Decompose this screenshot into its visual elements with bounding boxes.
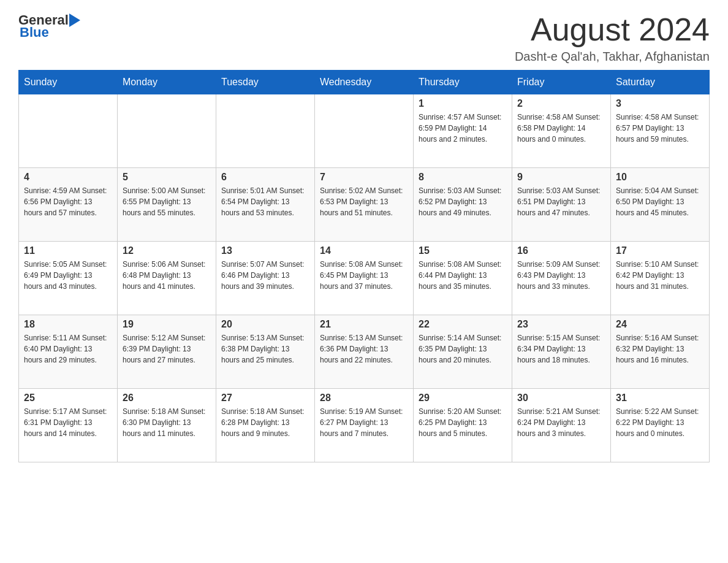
calendar-cell: 24Sunrise: 5:16 AM Sunset: 6:32 PM Dayli… xyxy=(611,315,710,389)
calendar-week-row: 18Sunrise: 5:11 AM Sunset: 6:40 PM Dayli… xyxy=(19,315,710,389)
calendar-cell: 26Sunrise: 5:18 AM Sunset: 6:30 PM Dayli… xyxy=(118,389,216,462)
calendar-cell: 16Sunrise: 5:09 AM Sunset: 6:43 PM Dayli… xyxy=(512,242,611,315)
day-number: 13 xyxy=(221,245,309,256)
day-number: 6 xyxy=(221,172,309,183)
calendar-cell xyxy=(19,94,118,168)
day-number: 12 xyxy=(123,245,211,256)
calendar-cell: 27Sunrise: 5:18 AM Sunset: 6:28 PM Dayli… xyxy=(216,389,315,462)
header-day-thursday: Thursday xyxy=(414,71,512,94)
calendar-cell: 21Sunrise: 5:13 AM Sunset: 6:36 PM Dayli… xyxy=(315,315,414,389)
calendar-cell: 31Sunrise: 5:22 AM Sunset: 6:22 PM Dayli… xyxy=(611,389,710,462)
day-info: Sunrise: 5:01 AM Sunset: 6:54 PM Dayligh… xyxy=(221,185,309,218)
day-number: 28 xyxy=(320,393,408,404)
month-title: August 2024 xyxy=(515,12,710,47)
calendar-cell: 15Sunrise: 5:08 AM Sunset: 6:44 PM Dayli… xyxy=(414,242,512,315)
calendar-cell: 18Sunrise: 5:11 AM Sunset: 6:40 PM Dayli… xyxy=(19,315,118,389)
calendar-cell: 20Sunrise: 5:13 AM Sunset: 6:38 PM Dayli… xyxy=(216,315,315,389)
calendar-week-row: 11Sunrise: 5:05 AM Sunset: 6:49 PM Dayli… xyxy=(19,242,710,315)
day-info: Sunrise: 4:58 AM Sunset: 6:58 PM Dayligh… xyxy=(517,112,605,145)
calendar-cell: 25Sunrise: 5:17 AM Sunset: 6:31 PM Dayli… xyxy=(19,389,118,462)
title-block: August 2024 Dasht-e Qal'ah, Takhar, Afgh… xyxy=(515,12,710,64)
calendar-week-row: 1Sunrise: 4:57 AM Sunset: 6:59 PM Daylig… xyxy=(19,94,710,168)
calendar-week-row: 25Sunrise: 5:17 AM Sunset: 6:31 PM Dayli… xyxy=(19,389,710,462)
day-number: 29 xyxy=(419,393,507,404)
day-info: Sunrise: 5:18 AM Sunset: 6:30 PM Dayligh… xyxy=(123,406,211,439)
logo: General Blue xyxy=(18,12,80,40)
day-number: 5 xyxy=(123,172,211,183)
calendar-cell: 12Sunrise: 5:06 AM Sunset: 6:48 PM Dayli… xyxy=(118,242,216,315)
day-info: Sunrise: 5:08 AM Sunset: 6:45 PM Dayligh… xyxy=(320,259,408,292)
day-info: Sunrise: 5:16 AM Sunset: 6:32 PM Dayligh… xyxy=(616,332,704,366)
calendar-cell: 7Sunrise: 5:02 AM Sunset: 6:53 PM Daylig… xyxy=(315,168,414,242)
day-number: 9 xyxy=(517,172,605,183)
header-day-saturday: Saturday xyxy=(611,71,710,94)
day-info: Sunrise: 4:59 AM Sunset: 6:56 PM Dayligh… xyxy=(24,185,112,218)
calendar-week-row: 4Sunrise: 4:59 AM Sunset: 6:56 PM Daylig… xyxy=(19,168,710,242)
day-info: Sunrise: 5:07 AM Sunset: 6:46 PM Dayligh… xyxy=(221,259,309,292)
header-day-friday: Friday xyxy=(512,71,611,94)
day-number: 19 xyxy=(123,319,211,330)
day-number: 27 xyxy=(221,393,309,404)
day-number: 14 xyxy=(320,245,408,256)
calendar-cell: 22Sunrise: 5:14 AM Sunset: 6:35 PM Dayli… xyxy=(414,315,512,389)
day-info: Sunrise: 5:14 AM Sunset: 6:35 PM Dayligh… xyxy=(419,332,507,366)
day-number: 11 xyxy=(24,245,112,256)
calendar-cell: 10Sunrise: 5:04 AM Sunset: 6:50 PM Dayli… xyxy=(611,168,710,242)
day-info: Sunrise: 5:00 AM Sunset: 6:55 PM Dayligh… xyxy=(123,185,211,218)
header-row: SundayMondayTuesdayWednesdayThursdayFrid… xyxy=(19,71,710,94)
logo-arrow-icon xyxy=(69,13,80,27)
day-number: 24 xyxy=(616,319,704,330)
day-number: 3 xyxy=(616,98,704,109)
calendar-cell: 8Sunrise: 5:03 AM Sunset: 6:52 PM Daylig… xyxy=(414,168,512,242)
day-info: Sunrise: 5:03 AM Sunset: 6:51 PM Dayligh… xyxy=(517,185,605,218)
calendar-cell: 6Sunrise: 5:01 AM Sunset: 6:54 PM Daylig… xyxy=(216,168,315,242)
calendar-cell: 19Sunrise: 5:12 AM Sunset: 6:39 PM Dayli… xyxy=(118,315,216,389)
day-number: 21 xyxy=(320,319,408,330)
day-info: Sunrise: 5:06 AM Sunset: 6:48 PM Dayligh… xyxy=(123,259,211,292)
day-info: Sunrise: 4:58 AM Sunset: 6:57 PM Dayligh… xyxy=(616,112,704,145)
calendar-cell: 17Sunrise: 5:10 AM Sunset: 6:42 PM Dayli… xyxy=(611,242,710,315)
day-number: 22 xyxy=(419,319,507,330)
day-info: Sunrise: 5:02 AM Sunset: 6:53 PM Dayligh… xyxy=(320,185,408,218)
calendar-cell: 13Sunrise: 5:07 AM Sunset: 6:46 PM Dayli… xyxy=(216,242,315,315)
calendar-cell: 30Sunrise: 5:21 AM Sunset: 6:24 PM Dayli… xyxy=(512,389,611,462)
day-number: 8 xyxy=(419,172,507,183)
day-number: 20 xyxy=(221,319,309,330)
day-number: 1 xyxy=(419,98,507,109)
calendar-cell: 1Sunrise: 4:57 AM Sunset: 6:59 PM Daylig… xyxy=(414,94,512,168)
day-number: 10 xyxy=(616,172,704,183)
day-number: 25 xyxy=(24,393,112,404)
header-day-monday: Monday xyxy=(118,71,216,94)
calendar-cell xyxy=(118,94,216,168)
day-info: Sunrise: 5:09 AM Sunset: 6:43 PM Dayligh… xyxy=(517,259,605,292)
day-info: Sunrise: 5:13 AM Sunset: 6:38 PM Dayligh… xyxy=(221,332,309,366)
day-number: 18 xyxy=(24,319,112,330)
day-info: Sunrise: 5:08 AM Sunset: 6:44 PM Dayligh… xyxy=(419,259,507,292)
header-day-tuesday: Tuesday xyxy=(216,71,315,94)
day-number: 17 xyxy=(616,245,704,256)
day-info: Sunrise: 5:18 AM Sunset: 6:28 PM Dayligh… xyxy=(221,406,309,439)
calendar-cell: 29Sunrise: 5:20 AM Sunset: 6:25 PM Dayli… xyxy=(414,389,512,462)
day-number: 7 xyxy=(320,172,408,183)
day-number: 31 xyxy=(616,393,704,404)
day-number: 4 xyxy=(24,172,112,183)
page-header: General Blue August 2024 Dasht-e Qal'ah,… xyxy=(18,12,710,64)
logo-blue-text: Blue xyxy=(20,25,49,40)
calendar-cell: 3Sunrise: 4:58 AM Sunset: 6:57 PM Daylig… xyxy=(611,94,710,168)
calendar-cell: 14Sunrise: 5:08 AM Sunset: 6:45 PM Dayli… xyxy=(315,242,414,315)
day-info: Sunrise: 5:04 AM Sunset: 6:50 PM Dayligh… xyxy=(616,185,704,218)
day-number: 30 xyxy=(517,393,605,404)
day-info: Sunrise: 5:13 AM Sunset: 6:36 PM Dayligh… xyxy=(320,332,408,366)
calendar-cell: 23Sunrise: 5:15 AM Sunset: 6:34 PM Dayli… xyxy=(512,315,611,389)
calendar-cell xyxy=(216,94,315,168)
calendar-cell: 4Sunrise: 4:59 AM Sunset: 6:56 PM Daylig… xyxy=(19,168,118,242)
day-info: Sunrise: 5:21 AM Sunset: 6:24 PM Dayligh… xyxy=(517,406,605,439)
day-info: Sunrise: 4:57 AM Sunset: 6:59 PM Dayligh… xyxy=(419,112,507,145)
header-day-wednesday: Wednesday xyxy=(315,71,414,94)
day-number: 15 xyxy=(419,245,507,256)
calendar-cell xyxy=(315,94,414,168)
day-info: Sunrise: 5:22 AM Sunset: 6:22 PM Dayligh… xyxy=(616,406,704,439)
calendar-cell: 28Sunrise: 5:19 AM Sunset: 6:27 PM Dayli… xyxy=(315,389,414,462)
calendar-cell: 5Sunrise: 5:00 AM Sunset: 6:55 PM Daylig… xyxy=(118,168,216,242)
day-number: 26 xyxy=(123,393,211,404)
